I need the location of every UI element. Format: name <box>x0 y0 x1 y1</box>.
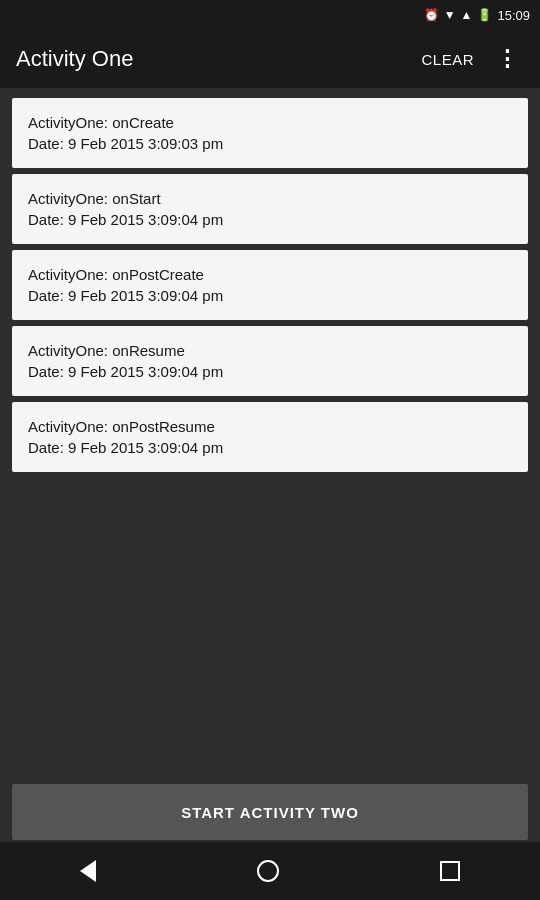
log-card-0: ActivityOne: onCreateDate: 9 Feb 2015 3:… <box>12 98 528 168</box>
more-options-button[interactable]: ⋮ <box>490 44 524 74</box>
clear-button[interactable]: CLEAR <box>413 45 482 74</box>
back-icon <box>80 860 96 882</box>
log-date-4: Date: 9 Feb 2015 3:09:04 pm <box>28 437 512 458</box>
status-time: 15:09 <box>497 8 530 23</box>
back-button[interactable] <box>60 850 116 892</box>
log-event-2: ActivityOne: onPostCreate <box>28 264 512 285</box>
log-date-2: Date: 9 Feb 2015 3:09:04 pm <box>28 285 512 306</box>
wifi-icon: ▼ <box>444 8 456 22</box>
signal-icon: ▲ <box>461 8 473 22</box>
bottom-area: START ACTIVITY TWO <box>12 784 528 840</box>
home-button[interactable] <box>237 850 299 892</box>
nav-bar <box>0 842 540 900</box>
log-date-0: Date: 9 Feb 2015 3:09:03 pm <box>28 133 512 154</box>
log-date-3: Date: 9 Feb 2015 3:09:04 pm <box>28 361 512 382</box>
log-card-4: ActivityOne: onPostResumeDate: 9 Feb 201… <box>12 402 528 472</box>
log-card-3: ActivityOne: onResumeDate: 9 Feb 2015 3:… <box>12 326 528 396</box>
recents-button[interactable] <box>420 851 480 891</box>
status-icons: ⏰ ▼ ▲ 🔋 15:09 <box>424 8 530 23</box>
log-card-1: ActivityOne: onStartDate: 9 Feb 2015 3:0… <box>12 174 528 244</box>
status-bar: ⏰ ▼ ▲ 🔋 15:09 <box>0 0 540 30</box>
log-event-3: ActivityOne: onResume <box>28 340 512 361</box>
recents-icon <box>440 861 460 881</box>
start-activity-two-button[interactable]: START ACTIVITY TWO <box>12 784 528 840</box>
app-title: Activity One <box>16 46 133 72</box>
log-event-0: ActivityOne: onCreate <box>28 112 512 133</box>
alarm-icon: ⏰ <box>424 8 439 22</box>
battery-icon: 🔋 <box>477 8 492 22</box>
log-event-4: ActivityOne: onPostResume <box>28 416 512 437</box>
app-bar: Activity One CLEAR ⋮ <box>0 30 540 88</box>
home-icon <box>257 860 279 882</box>
app-bar-actions: CLEAR ⋮ <box>413 44 524 74</box>
log-card-2: ActivityOne: onPostCreateDate: 9 Feb 201… <box>12 250 528 320</box>
log-date-1: Date: 9 Feb 2015 3:09:04 pm <box>28 209 512 230</box>
log-list: ActivityOne: onCreateDate: 9 Feb 2015 3:… <box>0 88 540 482</box>
log-event-1: ActivityOne: onStart <box>28 188 512 209</box>
